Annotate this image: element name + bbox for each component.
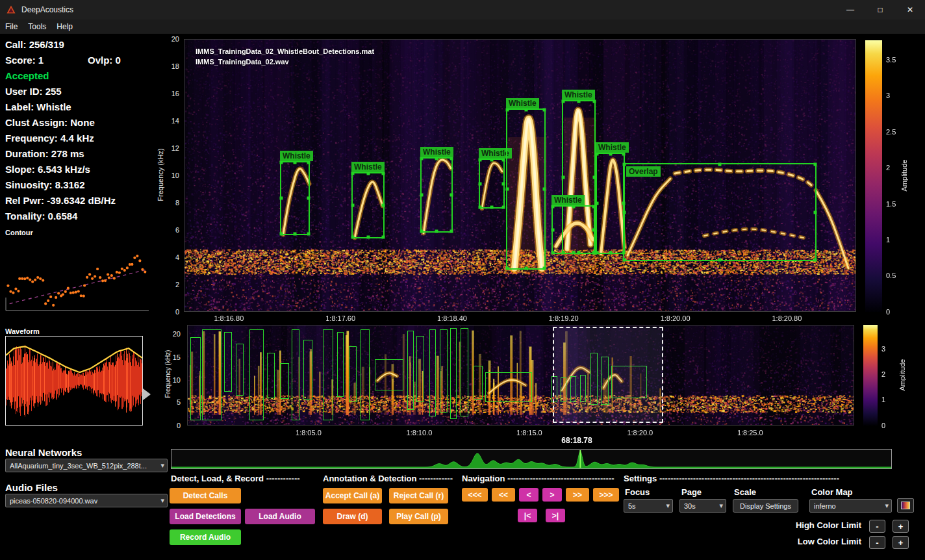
page-dropdown[interactable]: 30s▾	[679, 499, 726, 513]
low-limit-decrease-button[interactable]: -	[869, 536, 885, 549]
menu-item-file[interactable]: File	[0, 19, 23, 34]
colormap-dropdown[interactable]: inferno▾	[809, 499, 892, 513]
waveform-position-marker-icon[interactable]	[143, 388, 151, 400]
mini-detection-box[interactable]	[202, 329, 222, 420]
load-detections-button[interactable]: Load Detections	[170, 509, 241, 524]
mini-detection-box[interactable]	[485, 372, 532, 402]
mini-detection-box[interactable]	[440, 329, 448, 413]
mini-detection-box[interactable]	[224, 332, 232, 392]
mini-detection-box[interactable]	[267, 353, 275, 398]
mini-detection-box[interactable]	[280, 363, 289, 399]
maximize-button[interactable]: □	[865, 0, 895, 19]
mini-detection-box[interactable]	[375, 359, 403, 390]
resize-handle[interactable]	[435, 230, 438, 233]
resize-handle[interactable]	[609, 153, 612, 156]
resize-handle[interactable]	[280, 233, 283, 236]
detection-box[interactable]: Overlap	[623, 163, 817, 261]
resize-handle[interactable]	[506, 188, 509, 191]
high-limit-decrease-button[interactable]: -	[869, 520, 885, 533]
resize-handle[interactable]	[420, 194, 424, 197]
mini-detection-box[interactable]	[429, 329, 436, 416]
resize-handle[interactable]	[294, 161, 297, 164]
detection-box[interactable]: Whistle	[479, 159, 505, 209]
detection-box[interactable]: Whistle	[551, 205, 595, 254]
resize-handle[interactable]	[593, 100, 596, 103]
play-call-button[interactable]: Play Call (p)	[389, 509, 448, 524]
resize-handle[interactable]	[551, 205, 555, 209]
resize-handle[interactable]	[450, 157, 453, 160]
resize-handle[interactable]	[502, 159, 505, 162]
resize-handle[interactable]	[543, 267, 546, 270]
detection-box[interactable]: Whistle	[596, 153, 625, 254]
resize-handle[interactable]	[502, 182, 505, 185]
resize-handle[interactable]	[524, 267, 527, 270]
resize-handle[interactable]	[577, 100, 581, 103]
resize-handle[interactable]	[592, 205, 596, 209]
resize-handle[interactable]	[490, 206, 494, 209]
jump-end-button[interactable]: >|	[546, 509, 565, 522]
mini-detection-box[interactable]	[461, 328, 468, 416]
activity-canvas[interactable]	[171, 450, 891, 468]
resize-handle[interactable]	[814, 163, 817, 166]
close-button[interactable]: ✕	[895, 0, 925, 19]
step-forward-button[interactable]: >	[542, 488, 562, 502]
mini-detection-box[interactable]	[323, 329, 333, 420]
resize-handle[interactable]	[562, 175, 565, 179]
resize-handle[interactable]	[420, 157, 424, 160]
resize-handle[interactable]	[718, 259, 722, 262]
audio-dropdown[interactable]: piceas-050820-094000.wav ▾	[5, 494, 168, 507]
focus-dropdown[interactable]: 5s▾	[624, 499, 673, 513]
record-audio-button[interactable]: Record Audio	[170, 529, 241, 545]
resize-handle[interactable]	[490, 159, 494, 162]
resize-handle[interactable]	[814, 210, 817, 214]
focus-selection-box[interactable]	[553, 327, 663, 423]
resize-handle[interactable]	[506, 108, 509, 112]
forward-page-button[interactable]: >>>	[593, 488, 619, 502]
menu-item-tools[interactable]: Tools	[23, 19, 51, 34]
resize-handle[interactable]	[351, 204, 355, 207]
resize-handle[interactable]	[366, 172, 370, 175]
resize-handle[interactable]	[479, 182, 482, 185]
resize-handle[interactable]	[351, 236, 355, 239]
menu-item-help[interactable]: Help	[51, 19, 78, 34]
resize-handle[interactable]	[351, 172, 355, 175]
resize-handle[interactable]	[382, 172, 385, 175]
mini-detection-box[interactable]	[337, 332, 344, 397]
detection-box[interactable]: Whistle	[280, 161, 310, 235]
rewind-page-button[interactable]: <<<	[462, 488, 488, 502]
mini-detection-box[interactable]	[249, 329, 264, 420]
resize-handle[interactable]	[280, 161, 283, 164]
resize-handle[interactable]	[572, 205, 575, 209]
resize-handle[interactable]	[622, 153, 626, 156]
mini-detection-box[interactable]	[407, 331, 414, 410]
resize-handle[interactable]	[479, 206, 482, 209]
jump-start-button[interactable]: |<	[518, 509, 537, 522]
high-limit-increase-button[interactable]: +	[893, 520, 909, 533]
resize-handle[interactable]	[382, 236, 385, 239]
resize-handle[interactable]	[420, 230, 424, 233]
resize-handle[interactable]	[543, 108, 546, 112]
draw-button[interactable]: Draw (d)	[323, 509, 382, 524]
resize-handle[interactable]	[596, 153, 599, 156]
detection-box[interactable]: Whistle	[420, 157, 453, 233]
resize-handle[interactable]	[280, 197, 283, 200]
resize-handle[interactable]	[551, 251, 555, 255]
mini-detection-box[interactable]	[361, 329, 370, 420]
resize-handle[interactable]	[592, 251, 596, 255]
resize-handle[interactable]	[435, 157, 438, 160]
detection-box[interactable]: Whistle	[506, 108, 546, 270]
resize-handle[interactable]	[623, 210, 626, 214]
mini-detection-box[interactable]	[349, 346, 357, 402]
resize-handle[interactable]	[592, 228, 596, 231]
detection-box[interactable]: Whistle	[351, 172, 385, 238]
mini-detection-box[interactable]	[236, 344, 244, 396]
resize-handle[interactable]	[718, 163, 722, 166]
mini-detection-box[interactable]	[416, 336, 424, 402]
resize-handle[interactable]	[623, 259, 626, 262]
reject-call-button[interactable]: Reject Call (r)	[389, 488, 448, 503]
resize-handle[interactable]	[543, 188, 546, 191]
rewind-button[interactable]: <<	[492, 488, 515, 502]
accept-call-button[interactable]: Accept Call (a)	[323, 488, 382, 503]
resize-handle[interactable]	[307, 197, 310, 200]
resize-handle[interactable]	[562, 100, 565, 103]
